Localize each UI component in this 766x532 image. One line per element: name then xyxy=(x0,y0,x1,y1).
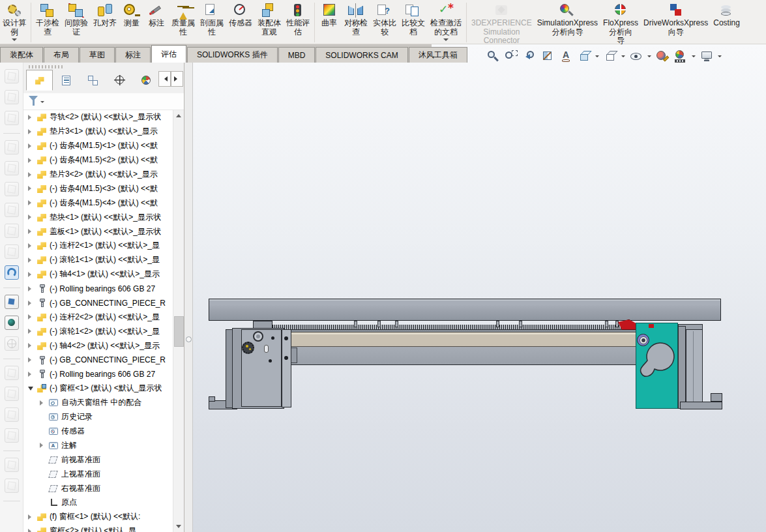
left-tool-10[interactable] xyxy=(5,244,19,259)
view-settings-dropdown-caret[interactable] xyxy=(718,55,722,59)
panel-tab-displaymanager[interactable] xyxy=(133,70,160,91)
hide-show-items-dropdown-caret[interactable] xyxy=(647,55,651,59)
toolbar-item-curvature[interactable]: 曲率 xyxy=(317,1,342,28)
tree-row[interactable]: (-) 连杆2<2> (默认) <<默认>_显 xyxy=(23,310,173,324)
expand-arrow-icon[interactable] xyxy=(27,314,34,319)
toolbar-item-measure[interactable]: 测量 xyxy=(119,1,144,28)
panel-tab-configurationmanager[interactable] xyxy=(80,70,106,91)
filter-icon[interactable] xyxy=(29,96,38,106)
tree-row[interactable]: (-) 轴4<1> (默认) <<默认>_显示 xyxy=(23,267,173,282)
tree-row[interactable]: 原点 xyxy=(23,495,173,510)
expand-arrow-icon[interactable] xyxy=(27,158,34,163)
expand-arrow-icon[interactable] xyxy=(27,301,34,306)
expand-arrow-icon[interactable] xyxy=(27,258,34,263)
left-tool-1[interactable] xyxy=(5,69,19,83)
scroll-up-button[interactable] xyxy=(173,110,184,121)
left-tool-19[interactable] xyxy=(5,407,19,422)
tree-row[interactable]: 导轨<2> (默认) <<默认>_显示状 xyxy=(23,110,173,125)
toolbar-item-assembly-visualization[interactable]: 装配体直观 xyxy=(255,1,284,37)
tree-row[interactable]: (-) 齿条4(M1.5)<3> (默认) <<默 xyxy=(23,181,173,196)
expand-arrow-icon[interactable] xyxy=(27,143,34,149)
toolbar-item-check-active-document[interactable]: 检查激活的文档 xyxy=(428,1,464,44)
left-tool-6[interactable] xyxy=(5,161,19,175)
toolbar-item-floxpress-wizard[interactable]: FloXpress分析向导 xyxy=(600,1,641,46)
tree-row[interactable]: (-) Rolling bearings 606 GB 27 xyxy=(23,282,173,296)
tree-row[interactable]: 垫片3<1> (默认) <<默认>_显示 xyxy=(23,125,173,139)
left-tool-20[interactable] xyxy=(5,428,19,443)
panel-tab-propertymanager[interactable] xyxy=(53,70,80,91)
left-tool-11-blue[interactable] xyxy=(5,265,19,280)
left-tool-2[interactable] xyxy=(5,90,19,104)
tree-row[interactable]: 历史记录 xyxy=(23,410,173,424)
view-orientation-button[interactable] xyxy=(577,49,591,63)
tree-row[interactable]: 垫片3<2> (默认) <<默认>_显示 xyxy=(23,168,173,182)
filter-dropdown-caret[interactable] xyxy=(40,101,44,105)
tab-mufeng-toolbox[interactable]: 沐风工具箱 xyxy=(409,47,467,63)
toolbar-item-performance-evaluation[interactable]: 性能评估 xyxy=(284,1,312,37)
panel-tab-featuremanager-design-tree[interactable] xyxy=(26,70,53,91)
dynamic-annotation-views-button[interactable] xyxy=(559,49,573,63)
display-style-dropdown-caret[interactable] xyxy=(621,55,625,59)
tree-row[interactable]: 上视基准面 xyxy=(23,467,173,481)
tree-row[interactable]: 垫块<1> (默认) <<默认>_显示状 xyxy=(23,210,173,224)
previous-view-button[interactable] xyxy=(522,49,537,63)
left-tool-5[interactable] xyxy=(5,140,19,155)
tab-annotation[interactable]: 标注 xyxy=(115,47,151,63)
left-tool-8[interactable] xyxy=(5,203,19,217)
toolbar-item-symmetry-check[interactable]: 对称检查 xyxy=(342,1,370,37)
tree-row[interactable]: 自动天窗组件 中的配合 xyxy=(23,396,173,410)
expand-arrow-icon[interactable] xyxy=(27,129,34,134)
expand-arrow-icon[interactable] xyxy=(27,172,34,177)
tree-filter-row[interactable] xyxy=(23,93,184,110)
left-tool-15-fan[interactable] xyxy=(5,336,19,351)
toolbar-item-markup[interactable]: 标注 xyxy=(144,1,169,28)
tree-row[interactable]: (-) 滚轮1<2> (默认) <<默认>_显 xyxy=(23,324,173,338)
graphics-viewport[interactable] xyxy=(192,44,766,532)
zoom-to-area-button[interactable] xyxy=(504,49,518,63)
tree-row[interactable]: (-) 齿条4(M1.5)<2> (默认) <<默 xyxy=(23,153,173,168)
expand-arrow-icon[interactable] xyxy=(27,384,34,393)
toolbar-item-compare-documents[interactable]: 比较文档 xyxy=(399,1,428,37)
toolbar-item-simulationxpress-wizard[interactable]: SimulationXpress分析向导 xyxy=(535,1,600,37)
tab-evaluate[interactable]: 评估 xyxy=(151,45,186,63)
left-tool-17[interactable] xyxy=(5,366,19,380)
tab-sketch[interactable]: 草图 xyxy=(80,47,115,63)
expand-arrow-icon[interactable] xyxy=(27,115,34,120)
toolbar-item-section-properties[interactable]: 剖面属性 xyxy=(198,1,226,37)
left-tool-3[interactable] xyxy=(5,111,19,125)
left-tool-14-sphere[interactable] xyxy=(5,316,19,330)
tree-row[interactable]: (-) 轴4<2> (默认) <<默认>_显示 xyxy=(23,338,173,353)
expand-arrow-icon[interactable] xyxy=(27,357,34,362)
tree-row[interactable]: 前视基准面 xyxy=(23,452,173,467)
tree-row[interactable]: (-) 滚轮1<1> (默认) <<默认>_显 xyxy=(23,253,173,267)
tab-solidworks-addins[interactable]: SOLIDWORKS 插件 xyxy=(187,47,278,63)
tree-row[interactable]: (-) GB_CONNECTING_PIECE_R xyxy=(23,296,173,310)
left-tool-13-frame[interactable] xyxy=(5,295,19,309)
tree-scrollbar[interactable] xyxy=(173,110,184,532)
splitter-handle[interactable] xyxy=(186,336,192,342)
expand-arrow-icon[interactable] xyxy=(27,200,34,205)
toolbar-item-costing[interactable]: Costing xyxy=(711,1,743,28)
tree-row[interactable]: (f) 窗框<1> (默认) <<默认: xyxy=(23,510,173,524)
left-tool-7[interactable] xyxy=(5,182,19,196)
expand-arrow-icon[interactable] xyxy=(27,186,34,191)
expand-arrow-icon[interactable] xyxy=(39,443,46,448)
dropdown-caret-icon[interactable] xyxy=(12,38,17,44)
toolbar-item-design-study[interactable]: 设计算例 xyxy=(0,1,29,44)
panel-tab-scroll-right[interactable] xyxy=(171,71,183,87)
toolbar-item-hole-alignment[interactable]: 孔对齐 xyxy=(91,1,119,28)
expand-arrow-icon[interactable] xyxy=(27,272,34,277)
tree-row[interactable]: (-) 齿条4(M1.5)<1> (默认) <<默 xyxy=(23,139,173,153)
panel-grip-dots[interactable] xyxy=(29,65,63,68)
scrollbar-thumb[interactable] xyxy=(174,316,184,347)
panel-splitter[interactable] xyxy=(184,63,193,532)
panel-tab-dimxpertmanager[interactable] xyxy=(106,70,133,91)
display-style-button[interactable] xyxy=(603,49,617,63)
tree-row[interactable]: (-) 齿条4(M1.5)<4> (默认) <<默 xyxy=(23,196,173,210)
left-tool-9[interactable] xyxy=(5,224,19,238)
toolbar-item-interference-check[interactable]: 干涉检查 xyxy=(33,1,62,37)
hide-show-items-button[interactable] xyxy=(629,49,643,63)
tab-solidworks-cam[interactable]: SOLIDWORKS CAM xyxy=(316,47,407,63)
tree-row[interactable]: 注解 xyxy=(23,438,173,452)
tree-row[interactable]: (-) 窗框<1> (默认) <默认_显示状 xyxy=(23,381,173,396)
